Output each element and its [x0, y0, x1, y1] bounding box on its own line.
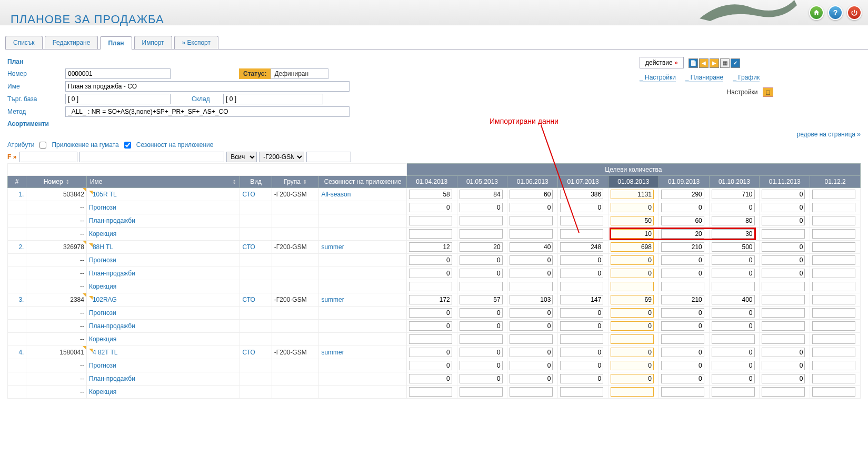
tab-list[interactable]: Списък: [5, 36, 43, 49]
cell-input[interactable]: [661, 229, 704, 239]
cell-input[interactable]: [510, 203, 553, 212]
cell-input[interactable]: [762, 374, 805, 383]
cell-input[interactable]: [712, 308, 755, 318]
cell-input[interactable]: [762, 255, 805, 265]
cell-input[interactable]: [560, 190, 603, 199]
cell-input[interactable]: [661, 203, 704, 212]
cell-input[interactable]: [611, 282, 654, 291]
col-m5[interactable]: 01.09.2013: [659, 176, 709, 188]
cell-input[interactable]: [812, 374, 855, 383]
cell-input[interactable]: [510, 374, 553, 383]
cell-input[interactable]: [560, 229, 603, 239]
row-season[interactable]: All-season: [321, 191, 351, 198]
cell-input[interactable]: [409, 374, 452, 383]
check-icon[interactable]: ✔: [731, 58, 740, 68]
cell-input[interactable]: [460, 334, 503, 344]
subtab-settings[interactable]: _ Настройки: [640, 74, 676, 82]
cell-input[interactable]: [661, 216, 704, 225]
row-kind[interactable]: СТО: [242, 191, 255, 198]
cell-input[interactable]: [812, 242, 855, 252]
row-plan-sales[interactable]: План-продажби: [89, 270, 135, 277]
cell-input[interactable]: [812, 361, 855, 370]
cell-input[interactable]: [762, 242, 805, 252]
cell-input[interactable]: [510, 308, 553, 318]
cell-input[interactable]: [661, 348, 704, 357]
tab-edit[interactable]: Редактиране: [45, 36, 98, 49]
cell-input[interactable]: [812, 229, 855, 239]
cell-input[interactable]: [560, 282, 603, 291]
row-prognosis[interactable]: Прогнози: [89, 362, 116, 369]
col-group[interactable]: Група: [272, 176, 319, 188]
cell-input[interactable]: [611, 348, 654, 357]
cell-input[interactable]: [712, 374, 755, 383]
filter-number[interactable]: [19, 152, 77, 162]
filter-kind-select[interactable]: Всич: [226, 152, 257, 162]
cell-input[interactable]: [409, 269, 452, 278]
cell-input[interactable]: [409, 190, 452, 199]
filter-group-select[interactable]: -Г200-GSM: [259, 152, 304, 162]
cell-input[interactable]: [510, 321, 553, 331]
row-correction[interactable]: Корекция: [89, 283, 116, 290]
row-plan-sales[interactable]: План-продажби: [89, 375, 135, 382]
cell-input[interactable]: [560, 308, 603, 318]
col-name[interactable]: Име: [86, 176, 240, 188]
logout-button[interactable]: [847, 5, 862, 20]
cell-input[interactable]: [409, 334, 452, 344]
cell-input[interactable]: [560, 295, 603, 304]
cell-input[interactable]: [409, 361, 452, 370]
tab-export[interactable]: » Експорт: [174, 36, 218, 49]
cell-input[interactable]: [460, 387, 503, 397]
row-kind[interactable]: СТО: [242, 349, 255, 356]
col-m2[interactable]: 01.06.2013: [507, 176, 558, 188]
cell-input[interactable]: [460, 348, 503, 357]
cell-input[interactable]: [510, 334, 553, 344]
cell-input[interactable]: [712, 282, 755, 291]
cell-input[interactable]: [460, 374, 503, 383]
cell-input[interactable]: [661, 242, 704, 252]
cell-input[interactable]: [762, 387, 805, 397]
cell-input[interactable]: [409, 348, 452, 357]
cell-input[interactable]: [712, 269, 755, 278]
cell-input[interactable]: [712, 255, 755, 265]
cell-input[interactable]: [812, 387, 855, 397]
cell-input[interactable]: [510, 242, 553, 252]
action-button[interactable]: действие »: [640, 57, 684, 68]
cell-input[interactable]: [611, 321, 654, 331]
row-correction[interactable]: Корекция: [89, 230, 116, 238]
cell-input[interactable]: [409, 229, 452, 239]
row-prognosis[interactable]: Прогнози: [89, 256, 116, 264]
cell-input[interactable]: [460, 216, 503, 225]
col-number[interactable]: Номер: [26, 176, 87, 188]
col-m6[interactable]: 01.10.2013: [709, 176, 760, 188]
checkbox-seasonality[interactable]: [124, 142, 131, 149]
col-m0[interactable]: 01.04.2013: [406, 176, 457, 188]
cell-input[interactable]: [560, 203, 603, 212]
cell-input[interactable]: [611, 216, 654, 225]
cell-input[interactable]: [460, 321, 503, 331]
filter-name[interactable]: [79, 152, 224, 162]
cell-input[interactable]: [460, 242, 503, 252]
cell-input[interactable]: [812, 203, 855, 212]
cell-input[interactable]: [460, 269, 503, 278]
cell-input[interactable]: [812, 216, 855, 225]
cell-input[interactable]: [712, 321, 755, 331]
cell-input[interactable]: [812, 334, 855, 344]
row-kind[interactable]: СТО: [242, 243, 255, 251]
cell-input[interactable]: [460, 361, 503, 370]
cell-input[interactable]: [460, 229, 503, 239]
cell-input[interactable]: [712, 387, 755, 397]
cell-input[interactable]: [409, 255, 452, 265]
cell-input[interactable]: [611, 308, 654, 318]
cell-input[interactable]: [762, 282, 805, 291]
col-m7[interactable]: 01.11.2013: [760, 176, 810, 188]
cell-input[interactable]: [611, 334, 654, 344]
cell-input[interactable]: [762, 308, 805, 318]
cell-input[interactable]: [661, 308, 704, 318]
cell-input[interactable]: [661, 387, 704, 397]
cell-input[interactable]: [409, 321, 452, 331]
cell-input[interactable]: [762, 348, 805, 357]
row-correction[interactable]: Корекция: [89, 335, 116, 343]
cell-input[interactable]: [611, 295, 654, 304]
filter-season[interactable]: [306, 152, 351, 162]
cell-input[interactable]: [510, 348, 553, 357]
